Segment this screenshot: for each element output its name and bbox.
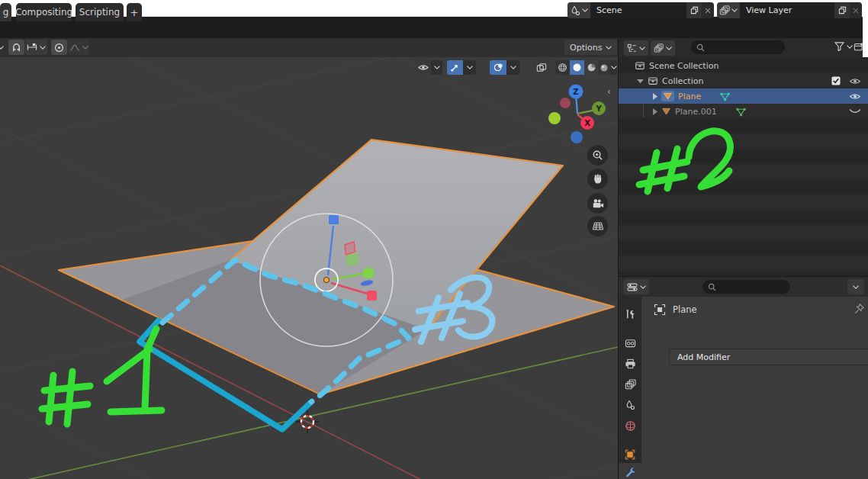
outliner-row-plane001[interactable]: Plane.001 <box>619 104 868 119</box>
viewport-zoom-button[interactable] <box>587 145 608 166</box>
properties-panel: Plane Add Modifier <box>618 276 868 479</box>
scene-name[interactable]: Scene <box>590 2 686 18</box>
gizmo-y-handle[interactable] <box>363 268 375 279</box>
outliner-row-scene-collection[interactable]: Scene Collection <box>619 58 868 73</box>
zoom-magnifier-icon <box>592 149 603 161</box>
gizmo-plane-handle-x[interactable] <box>345 242 355 255</box>
properties-sliders-icon <box>627 282 638 292</box>
eye-open-icon[interactable] <box>849 92 861 101</box>
overlays-toggle-button[interactable] <box>490 60 506 75</box>
scene-copy-button[interactable] <box>686 2 702 18</box>
outliner-search-input[interactable] <box>691 40 785 54</box>
viewport-pan-button[interactable] <box>587 169 608 189</box>
scene-icon <box>625 400 635 410</box>
gizmos-group[interactable] <box>447 60 476 75</box>
viewport-canvas: Z Y X <box>0 57 618 479</box>
tab-scene[interactable] <box>619 395 641 415</box>
outliner-display-mode-button[interactable] <box>624 40 648 56</box>
movie-camera-icon <box>592 198 604 209</box>
scene-browse-button[interactable] <box>567 2 590 18</box>
axis-minus-x-ball[interactable] <box>560 98 571 108</box>
proportional-editing-button[interactable] <box>51 40 67 55</box>
outliner-row-plane[interactable]: Plane <box>619 88 868 104</box>
properties-search-input[interactable] <box>702 280 790 294</box>
properties-editor-type-button[interactable] <box>623 279 649 294</box>
add-workspace-button[interactable]: + <box>127 3 142 21</box>
view-layer-browse-button[interactable] <box>717 2 740 18</box>
pin-icon[interactable] <box>854 303 865 315</box>
disclosure-right-icon[interactable] <box>652 93 657 100</box>
show-gizmo-button[interactable] <box>415 60 431 75</box>
scene-unlink-button[interactable] <box>702 2 714 18</box>
outliner-filter-image-button[interactable] <box>651 40 675 56</box>
tab-scripting[interactable]: Scripting <box>76 3 124 21</box>
breadcrumb-object-name[interactable]: Plane <box>673 304 697 315</box>
tab-view-layer[interactable] <box>619 375 641 394</box>
row-label: Scene Collection <box>649 61 719 71</box>
overlays-group[interactable] <box>490 60 520 75</box>
tab-object[interactable] <box>619 445 641 465</box>
solid-sphere-icon <box>572 63 582 72</box>
shading-mode-group[interactable] <box>555 60 617 75</box>
viewport-ortho-button[interactable] <box>587 216 608 236</box>
tab-compositing[interactable]: Compositing <box>16 3 72 21</box>
shading-wireframe-button[interactable] <box>555 60 570 75</box>
magnet-icon <box>11 43 21 53</box>
viewport-3d[interactable]: Z Y X <box>0 57 618 479</box>
copy-icon <box>690 6 699 14</box>
row-label: Collection <box>662 76 703 86</box>
disclosure-down-icon[interactable] <box>637 79 644 84</box>
checkbox-checked-icon[interactable] <box>831 76 841 85</box>
gizmo-x-handle[interactable] <box>367 291 377 301</box>
chevron-partial-icon[interactable] <box>0 46 4 50</box>
xray-group[interactable] <box>532 60 551 75</box>
gizmo-z-handle[interactable] <box>329 215 339 224</box>
sidebar-collapse-arrow[interactable]: ‹ <box>607 86 611 97</box>
axis-minus-z-ball[interactable] <box>571 131 583 143</box>
visibility-eye-icon <box>418 63 429 72</box>
show-gizmo-group[interactable] <box>415 60 442 75</box>
snap-mode-button[interactable] <box>25 40 47 55</box>
shading-rendered-button[interactable] <box>598 60 610 75</box>
outliner-filter-button[interactable] <box>834 42 853 51</box>
viewport-header <box>0 38 618 58</box>
gizmo-plane-handle-y[interactable] <box>347 253 358 265</box>
properties-tab-column <box>619 297 641 479</box>
disclosure-right-icon[interactable] <box>652 108 657 115</box>
eye-open-icon[interactable] <box>849 77 861 85</box>
viewport-camera-button[interactable] <box>587 193 608 214</box>
falloff-type-button[interactable] <box>68 40 89 55</box>
view-layer-selector[interactable]: View Layer <box>717 2 862 18</box>
tool-icon <box>625 309 636 320</box>
options-button[interactable]: Options <box>564 40 617 55</box>
gizmos-toggle-button[interactable] <box>447 60 463 75</box>
tab-partial[interactable]: g <box>0 3 11 21</box>
scene-selector[interactable]: Scene <box>567 2 714 18</box>
view-layer-copy-button[interactable] <box>834 2 850 18</box>
object-origin-dot <box>323 277 329 282</box>
add-modifier-button[interactable]: Add Modifier <box>669 349 868 365</box>
outliner-tree-icon <box>627 43 637 53</box>
view-layer-name[interactable]: View Layer <box>740 2 834 18</box>
snap-toggle-button[interactable] <box>8 40 24 55</box>
shading-solid-button[interactable] <box>570 60 584 75</box>
tab-world[interactable] <box>619 416 641 436</box>
tab-tool[interactable] <box>619 304 641 324</box>
copy-icon <box>838 6 847 14</box>
x-icon <box>853 8 859 14</box>
tab-output[interactable] <box>619 354 641 374</box>
tab-modifiers[interactable] <box>619 463 641 479</box>
collection-icon <box>635 60 645 71</box>
properties-options-button[interactable] <box>847 279 864 294</box>
window-edge <box>863 0 868 57</box>
grid-perspective-icon <box>592 221 604 231</box>
toggle-xray-button[interactable] <box>532 60 551 75</box>
shading-material-button[interactable] <box>584 60 598 75</box>
axis-minus-y-ball[interactable] <box>548 112 561 124</box>
svg-text:X: X <box>584 119 590 127</box>
navigation-gizmo[interactable]: Z Y X <box>548 85 606 144</box>
tab-render[interactable] <box>619 333 641 353</box>
outliner-row-collection[interactable]: Collection <box>619 73 868 88</box>
eye-closed-icon[interactable] <box>849 108 861 115</box>
view-layer-remove-button[interactable] <box>850 2 862 18</box>
